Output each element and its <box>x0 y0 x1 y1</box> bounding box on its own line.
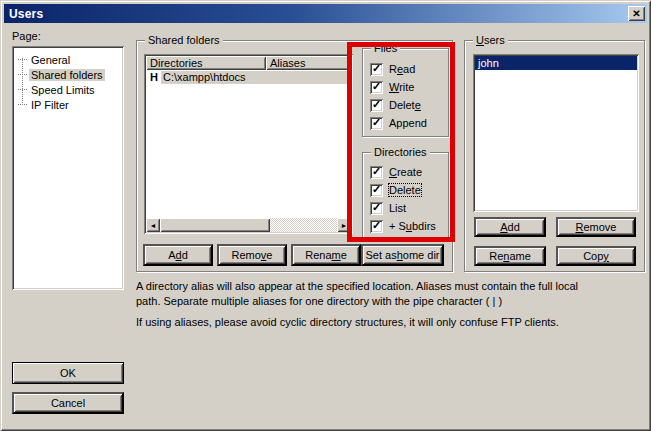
aliases-column-header[interactable]: Aliases <box>266 56 351 70</box>
rename-folder-button[interactable]: Rename <box>291 244 361 266</box>
users-group: Users john <box>464 40 645 272</box>
folder-path: C:\xampp\htdocs <box>161 71 351 84</box>
rename-user-button[interactable]: Rename <box>474 246 546 266</box>
remove-user-button[interactable]: Remove <box>556 217 636 237</box>
scroll-track[interactable] <box>270 218 337 232</box>
page-item-speed-limits[interactable]: Speed Limits <box>18 82 120 97</box>
remove-folder-button[interactable]: Remove <box>217 244 287 266</box>
close-button[interactable]: ✕ <box>628 6 645 21</box>
add-user-button[interactable]: Add <box>474 217 546 237</box>
notes-line-1: A directory alias will also appear at th… <box>136 280 578 292</box>
shared-folders-legend: Shared folders <box>145 34 223 46</box>
scroll-left-icon: ◄ <box>150 222 157 229</box>
annotation-rectangle <box>347 42 455 242</box>
horizontal-scrollbar[interactable]: ◄ ► <box>146 218 351 232</box>
add-folder-button[interactable]: Add <box>143 244 213 266</box>
users-legend: Users <box>473 34 508 46</box>
ok-button[interactable]: OK <box>12 362 124 384</box>
page-item-general[interactable]: General <box>18 52 120 67</box>
title-bar[interactable]: Users ✕ <box>4 4 647 23</box>
page-item-label: Speed Limits <box>29 84 97 96</box>
window-title: Users <box>9 7 43 21</box>
page-item-ip-filter[interactable]: IP Filter <box>18 97 120 112</box>
page-item-label: IP Filter <box>29 99 71 111</box>
scroll-left-button[interactable]: ◄ <box>146 218 160 232</box>
page-item-shared-folders[interactable]: Shared folders <box>18 67 120 82</box>
listview-header: Directories Aliases <box>146 56 351 70</box>
page-list[interactable]: General Shared folders Speed Limits IP F… <box>12 46 124 290</box>
notes-line-2: path. Separate multiple aliases for one … <box>136 295 502 307</box>
users-dialog: Users ✕ Page: General Shared folders Spe… <box>0 0 651 431</box>
folder-row[interactable]: H C:\xampp\htdocs <box>146 70 351 84</box>
shared-folders-listview[interactable]: Directories Aliases H C:\xampp\htdocs ◄ … <box>144 54 353 234</box>
scroll-thumb[interactable] <box>160 218 270 232</box>
page-label: Page: <box>12 30 41 42</box>
set-home-dir-button[interactable]: Set as home dir <box>361 244 444 266</box>
user-row-john[interactable]: john <box>475 56 637 70</box>
close-icon: ✕ <box>632 9 640 19</box>
directories-column-header[interactable]: Directories <box>146 56 266 70</box>
copy-user-button[interactable]: Copy <box>556 246 636 266</box>
users-list[interactable]: john <box>473 54 639 212</box>
page-item-label: General <box>29 54 72 66</box>
cancel-button[interactable]: Cancel <box>12 392 124 414</box>
home-flag: H <box>146 71 161 83</box>
page-item-label-selected: Shared folders <box>29 69 105 81</box>
notes-line-3: If using aliases, please avoid cyclic di… <box>136 316 559 328</box>
